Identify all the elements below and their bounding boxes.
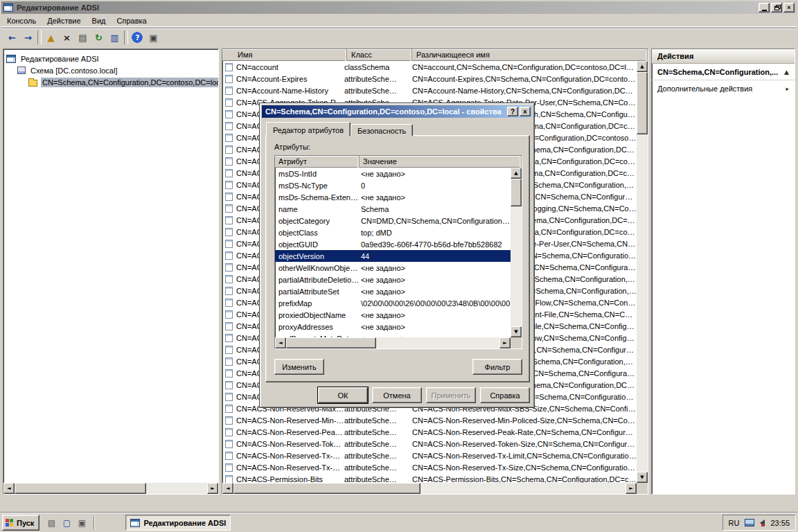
attribute-row[interactable]: objectCategory CN=DMD,CN=Schema,CN=Confi… — [275, 215, 511, 227]
scroll-down-button[interactable]: ▼ — [637, 472, 648, 483]
object-row[interactable]: CN=Account-Name-History attributeSchema … — [222, 85, 637, 96]
clock[interactable]: 23:55 — [770, 519, 790, 527]
scrollbar-thumb[interactable] — [637, 72, 648, 134]
apply-button[interactable]: Применить — [426, 387, 476, 403]
scrollbar-thumb[interactable] — [15, 483, 146, 494]
scrollbar-thumb[interactable] — [286, 337, 376, 348]
column-header-class[interactable]: Класс — [347, 49, 412, 61]
scroll-up-button[interactable]: ▲ — [637, 61, 648, 72]
scroll-up-button[interactable]: ▲ — [511, 168, 522, 179]
tree-item-root[interactable]: Редактирование ADSI — [6, 53, 217, 64]
action-group-header[interactable]: CN=Schema,CN=Configuration,... ▲ — [652, 64, 795, 80]
console-window-icon[interactable]: ▣ — [145, 30, 161, 45]
taskbar: Пуск ▤▢▣ Редактирование ADSI RU 23:55 — [0, 513, 798, 532]
tree-item-schema-container[interactable]: CN=Schema,CN=Configuration,DC=contoso,DC… — [6, 76, 217, 88]
more-actions-item[interactable]: Дополнительные действия ▸ — [652, 80, 795, 97]
scrollbar-thumb[interactable] — [511, 179, 522, 206]
object-icon — [225, 263, 233, 272]
volume-icon[interactable] — [760, 520, 765, 526]
scroll-right-button[interactable]: ► — [499, 337, 511, 348]
tree-item-schema[interactable]: Схема [DC.contoso.local] — [6, 64, 217, 76]
attribute-row[interactable]: proxiedObjectName <не задано> — [275, 309, 511, 321]
scroll-right-button[interactable]: ► — [626, 483, 637, 494]
attribute-row[interactable]: msDS-IntId <не задано> — [275, 168, 511, 179]
object-icon — [225, 310, 233, 319]
restore-button[interactable] — [771, 3, 782, 12]
network-icon[interactable] — [745, 519, 754, 526]
toolbar-button — [124, 30, 128, 44]
attribute-row[interactable]: prefixMap \02\00\00\00\26\00\00\00\23\48… — [275, 297, 511, 309]
tab-security[interactable]: Безопасность — [351, 124, 413, 136]
object-icon — [225, 463, 233, 472]
filter-button[interactable]: Фильтр — [472, 359, 522, 375]
actions-pane-title: Действия — [652, 49, 795, 64]
cancel-button[interactable]: Отмена — [372, 387, 422, 403]
minimize-button[interactable] — [759, 3, 770, 12]
column-header-name[interactable]: Имя — [222, 49, 347, 61]
menu-item[interactable]: Справка — [112, 15, 152, 26]
up-level-icon[interactable]: ▲ — [43, 30, 59, 45]
quick-launch-desktop-icon[interactable]: ▤ — [45, 517, 57, 529]
attribute-row[interactable]: objectClass top; dMD — [275, 227, 511, 238]
collapse-icon[interactable]: ▲ — [784, 69, 789, 76]
delete-icon[interactable]: × — [59, 30, 75, 45]
menu-item[interactable]: Вид — [87, 15, 112, 26]
close-button[interactable]: × — [783, 3, 795, 12]
quick-launch-window-icon[interactable]: ▢ — [60, 517, 73, 529]
list-vertical-scrollbar[interactable]: ▲ ▼ — [637, 61, 648, 483]
context-help-button[interactable]: ? — [507, 107, 518, 116]
quick-launch-console-icon[interactable]: ▣ — [76, 517, 88, 529]
object-row[interactable]: CN=Account-Expires attributeSchema CN=Ac… — [222, 73, 637, 85]
tab-attribute-editor[interactable]: Редактор атрибутов — [266, 122, 351, 136]
column-header-value[interactable]: Значение — [360, 156, 522, 168]
scroll-left-button[interactable]: ◄ — [275, 337, 286, 348]
attribute-row[interactable]: msDS-NcType 0 — [275, 179, 511, 191]
attribute-row[interactable]: replPropertyMetaData <не задано> — [275, 332, 511, 337]
object-row[interactable]: CN=ACS-Non-Reserved-Peak-Rate attributeS… — [222, 426, 637, 438]
dialog-close-button[interactable]: × — [520, 107, 531, 116]
scroll-left-button[interactable]: ◄ — [222, 483, 233, 494]
object-row[interactable]: CN=ACS-Non-Reserved-Token-Size attribute… — [222, 438, 637, 450]
object-row[interactable]: CN=ACS-Non-Reserved-Tx-Size attributeSch… — [222, 461, 637, 473]
refresh-icon[interactable]: ↻ — [91, 30, 107, 45]
scroll-right-button[interactable]: ► — [207, 483, 218, 494]
export-list-icon[interactable]: ▥ — [107, 30, 123, 45]
tree-horizontal-scrollbar[interactable]: ◄ ► — [3, 483, 218, 494]
column-header-dn[interactable]: Различающееся имя — [412, 49, 648, 61]
menu-item[interactable]: Действие — [42, 15, 86, 26]
attribute-row[interactable]: msDs-Schema-Extensions <не задано> — [275, 191, 511, 203]
object-row[interactable]: CN=ACS-Non-Reserved-Tx-Limit attributeSc… — [222, 450, 637, 461]
action-group-title: CN=Schema,CN=Configuration,... — [657, 68, 778, 76]
language-indicator[interactable]: RU — [729, 519, 740, 527]
attribute-row[interactable]: proxyAddresses <не задано> — [275, 321, 511, 332]
object-row[interactable]: CN=ACS-Permission-Bits attributeSchema C… — [222, 473, 637, 483]
start-button[interactable]: Пуск — [2, 515, 39, 531]
attribute-row[interactable]: objectVersion 44 — [275, 250, 511, 262]
scroll-down-button[interactable]: ▼ — [511, 326, 522, 337]
attribute-row[interactable]: objectGUID 0a9ed39c-606f-4770-b56d-bfe7b… — [275, 238, 511, 250]
back-icon[interactable]: ← — [4, 30, 20, 45]
attribute-row[interactable]: name Schema — [275, 203, 511, 215]
column-header-attribute[interactable]: Атрибут — [275, 156, 360, 168]
edit-button[interactable]: Изменить — [274, 359, 324, 375]
object-row[interactable]: CN=ACS-Non-Reserved-Min-Policed-Size att… — [222, 414, 637, 426]
properties-dialog: CN=Schema,CN=Configuration,DC=contoso,DC… — [259, 103, 535, 408]
attribute-row[interactable]: partialAttributeDeletionList <не задано> — [275, 274, 511, 285]
forward-icon[interactable]: → — [20, 30, 36, 45]
dialog-help-button[interactable]: Справка — [480, 387, 530, 403]
object-icon — [225, 405, 233, 413]
ok-button[interactable]: ОК — [318, 387, 368, 403]
object-row[interactable]: CN=account classSchema CN=account,CN=Sch… — [222, 61, 637, 73]
attribute-vertical-scrollbar[interactable]: ▲ ▼ — [511, 168, 522, 337]
scrollbar-thumb[interactable] — [233, 483, 420, 494]
list-horizontal-scrollbar[interactable]: ◄ ► — [222, 483, 637, 494]
scroll-left-button[interactable]: ◄ — [3, 483, 15, 494]
help-icon[interactable]: ? — [130, 30, 145, 45]
properties-icon[interactable]: ▤ — [75, 30, 91, 45]
attribute-horizontal-scrollbar[interactable]: ◄ ► — [275, 337, 511, 348]
taskbar-task-button[interactable]: Редактирование ADSI — [125, 515, 231, 531]
menu-item[interactable]: Консоль — [1, 15, 42, 26]
attribute-row[interactable]: otherWellKnownObjects <не задано> — [275, 262, 511, 274]
attribute-row[interactable]: partialAttributeSet <не задано> — [275, 285, 511, 297]
toolbar-button — [37, 30, 42, 44]
